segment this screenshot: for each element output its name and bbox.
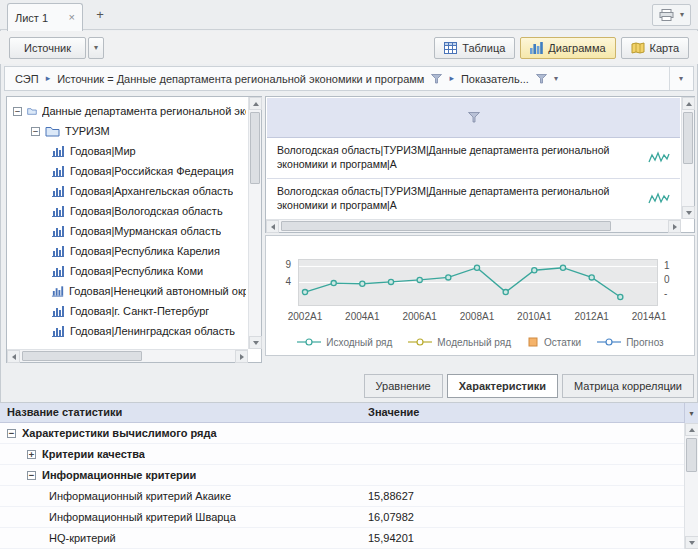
breadcrumb-root[interactable]: СЭП (15, 73, 39, 85)
legend-label: Исходный ряд (326, 337, 392, 348)
indicator-filter-text[interactable]: Показатель... (461, 73, 529, 85)
tab-characteristics[interactable]: Характеристики (447, 374, 558, 398)
tree-node-tourism[interactable]: ТУРИЗМ (8, 121, 246, 141)
folder-icon (27, 105, 37, 117)
stats-row[interactable]: Информационный критерий Шварца 16,07982 (0, 507, 684, 528)
tree-node-label: Годовая|Мурманская область (70, 225, 221, 237)
legend-item-source-series[interactable]: Исходный ряд (296, 337, 392, 348)
chart-view-button[interactable]: Диаграмма (520, 37, 615, 59)
axis-tick-label: 2008A1 (456, 311, 498, 322)
scroll-right-button[interactable] (668, 220, 681, 233)
tab-correlation-matrix[interactable]: Матрица корреляции (562, 374, 694, 398)
source-button[interactable]: Источник (9, 37, 86, 59)
print-button[interactable]: ▾ (652, 4, 691, 26)
scroll-up-button[interactable] (249, 97, 262, 110)
tree-node-series[interactable]: Годовая|г. Санкт-Петербург (8, 301, 246, 321)
tab-sheet1-label: Лист 1 (15, 12, 63, 24)
filter-icon[interactable] (536, 74, 547, 84)
tree-node-series[interactable]: Годовая|Мир (8, 141, 246, 161)
scroll-down-button[interactable] (249, 336, 262, 349)
tree-node-label: Годовая|Мир (70, 145, 136, 157)
stats-row[interactable]: HQ-критерий 15,94201 (0, 528, 684, 549)
stats-row-group[interactable]: Критерии качества (0, 444, 684, 465)
tab-characteristics-label: Характеристики (459, 380, 546, 392)
filterbar-menu-group: ▾ (669, 67, 683, 90)
scrollbar-thumb[interactable] (683, 112, 693, 164)
chevron-down-icon[interactable]: ▾ (554, 75, 558, 83)
tree-node-series[interactable]: Годовая|Архангельская область (8, 181, 246, 201)
scrollbar-thumb[interactable] (22, 351, 142, 361)
column-menu-button[interactable]: ▾ (684, 403, 698, 423)
statistics-vertical-scrollbar[interactable] (684, 423, 698, 549)
tree-node-series[interactable]: Годовая|Республика Коми (8, 261, 246, 281)
legend-square-marker (526, 337, 540, 347)
legend-item-model-series[interactable]: Модельный ряд (407, 337, 511, 348)
scroll-down-button[interactable] (682, 206, 695, 219)
analysis-tabs: Уравнение Характеристики Матрица корреля… (364, 374, 694, 398)
series-icon (51, 165, 65, 177)
series-list-row[interactable]: Вологодская область|ТУРИЗМ|Данные департ… (267, 179, 680, 220)
stats-row-group[interactable]: Характеристики вычислимого ряда (0, 423, 684, 444)
filter-icon[interactable] (468, 112, 480, 123)
tree-vertical-scrollbar[interactable] (248, 97, 261, 349)
series-list-row[interactable]: Вологодская область|ТУРИЗМ|Данные департ… (267, 138, 680, 179)
scroll-right-button[interactable] (235, 350, 248, 363)
axis-tick-label: 0 (664, 274, 670, 285)
source-button-label: Источник (24, 42, 71, 54)
tree-node-label: Годовая|Архангельская область (70, 185, 233, 197)
filterbar-menu-button[interactable]: ▾ (679, 75, 683, 83)
y-axis-labels-right: 10- (662, 259, 690, 306)
series-list-vertical-scrollbar[interactable] (681, 97, 694, 219)
scroll-left-button[interactable] (266, 220, 279, 233)
tree-node-root[interactable]: Данные департамента региональной экономи… (8, 101, 246, 121)
tree-node-label: Годовая|Российская Федерация (70, 165, 234, 177)
series-list-header[interactable] (267, 98, 680, 138)
close-icon[interactable]: × (69, 12, 75, 23)
series-list-horizontal-scrollbar[interactable] (266, 219, 681, 232)
expand-icon[interactable] (27, 450, 36, 459)
legend-item-forecast[interactable]: Прогноз (596, 337, 664, 348)
table-view-button[interactable]: Таблица (434, 37, 515, 59)
filter-icon[interactable] (431, 74, 442, 84)
add-sheet-button[interactable]: + (92, 7, 108, 23)
legend-line-circle-marker (407, 337, 433, 347)
map-view-button[interactable]: Карта (621, 37, 689, 59)
axis-tick-label: 2012A1 (571, 311, 613, 322)
tree-node-series[interactable]: Годовая|Ненецкий автономный округ (8, 281, 246, 301)
tree-node-label: Годовая|Ленинградская область (70, 325, 235, 337)
source-dropdown-button[interactable]: ▾ (88, 37, 104, 59)
collapse-icon[interactable] (7, 429, 16, 438)
stats-row-group[interactable]: Информационные критерии (0, 465, 684, 486)
scrollbar-thumb[interactable] (250, 112, 260, 184)
tree-node-series[interactable]: Годовая|Республика Карелия (8, 241, 246, 261)
tree-node-series[interactable]: Годовая|Вологодская область (8, 201, 246, 221)
source-filter-text[interactable]: Источник = Данные департамента региональ… (57, 73, 424, 85)
collapse-icon[interactable] (27, 471, 36, 480)
scroll-up-button[interactable] (682, 97, 695, 110)
stat-name: Информационные критерии (42, 469, 196, 481)
legend-item-residuals[interactable]: Остатки (526, 337, 581, 348)
scroll-down-button[interactable] (685, 536, 698, 549)
collapse-icon[interactable] (31, 127, 40, 136)
tree-horizontal-scrollbar[interactable] (7, 349, 248, 362)
column-header-statistic-name[interactable]: Название статистики (7, 406, 122, 418)
sparkline-icon (648, 149, 670, 167)
collapse-icon[interactable] (13, 107, 22, 116)
chevron-down-icon[interactable]: ▾ (680, 11, 684, 19)
dimension-tree-panel: Данные департамента региональной экономи… (6, 96, 262, 363)
tab-sheet1[interactable]: Лист 1 × (7, 3, 83, 31)
tree-node-series[interactable]: Годовая|Мурманская область (8, 221, 246, 241)
tree-node-series[interactable]: Годовая|Российская Федерация (8, 161, 246, 181)
statistics-table: Название статистики Значение ▾ Характери… (0, 402, 698, 549)
scroll-left-button[interactable] (7, 350, 20, 363)
series-icon (51, 305, 65, 317)
scrollbar-thumb[interactable] (686, 438, 697, 472)
tab-equation[interactable]: Уравнение (364, 374, 443, 398)
scrollbar-thumb[interactable] (281, 221, 611, 231)
legend-label: Модельный ряд (437, 337, 511, 348)
tree-node-series[interactable]: Годовая|Ленинградская область (8, 321, 246, 341)
column-header-value[interactable]: Значение (368, 406, 419, 418)
chart-plot-area[interactable] (298, 259, 658, 306)
scroll-up-button[interactable] (685, 423, 698, 436)
stats-row[interactable]: Информационный критерий Акаике 15,88627 (0, 486, 684, 507)
